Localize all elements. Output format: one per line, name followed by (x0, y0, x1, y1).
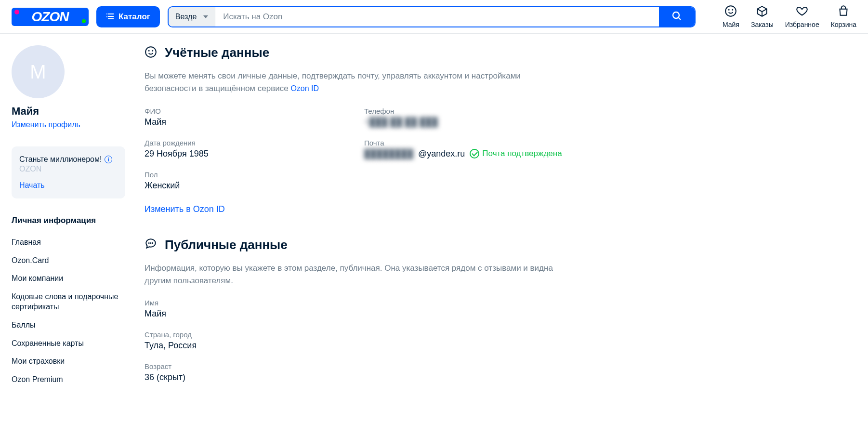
field-gender: Пол Женский (145, 171, 349, 191)
nav-favorites-label: Избранное (785, 21, 819, 28)
svg-point-7 (152, 50, 153, 51)
search-category-select[interactable]: Везде (169, 7, 215, 26)
email-visible: @yandex.ru (418, 149, 465, 159)
phone-label: Телефон (364, 107, 568, 115)
sidebar-item-home[interactable]: Главная (12, 233, 125, 251)
nav-orders-label: Заказы (751, 21, 774, 28)
edit-profile-link[interactable]: Изменить профиль (12, 120, 125, 129)
smiley-icon (145, 46, 157, 60)
public-title: Публичные данные (165, 237, 288, 252)
svg-point-3 (729, 10, 729, 10)
svg-point-10 (152, 243, 153, 243)
sidebar-item-ozoncard[interactable]: Ozon.Card (12, 251, 125, 270)
nav-orders[interactable]: Заказы (751, 5, 774, 28)
smiley-icon (724, 5, 737, 19)
svg-point-8 (149, 243, 149, 243)
main-content: Учётные данные Вы можете менять свои лич… (145, 45, 568, 406)
promo-title-row: Станьте миллионером! i (19, 155, 118, 164)
promo-subtitle: OZON (19, 165, 118, 173)
sidebar: М Майя Изменить профиль Станьте миллионе… (12, 45, 125, 406)
field-public-name: Имя Майя (145, 299, 568, 319)
nav-profile[interactable]: Майя (723, 5, 739, 28)
field-dob: Дата рождения 29 Ноября 1985 (145, 139, 349, 159)
svg-point-9 (150, 243, 151, 243)
info-icon[interactable]: i (105, 156, 112, 163)
field-location: Страна, город Тула, Россия (145, 330, 568, 351)
gender-label: Пол (145, 171, 349, 179)
bag-icon (837, 5, 850, 19)
edit-ozon-id-link[interactable]: Изменить в Ozon ID (145, 204, 568, 214)
email-label: Почта (364, 139, 568, 147)
catalog-label: Каталог (118, 12, 150, 22)
svg-point-5 (145, 47, 156, 57)
svg-point-2 (726, 6, 736, 16)
account-section: Учётные данные Вы можете менять свои лич… (145, 45, 568, 214)
search-icon (671, 10, 683, 23)
ozon-id-link[interactable]: Ozon ID (290, 84, 319, 92)
sidebar-username: Майя (12, 105, 125, 118)
phone-value: +███ ██ ██ ███ (364, 117, 438, 127)
account-title: Учётные данные (165, 45, 269, 60)
account-description: Вы можете менять свои личные данные, под… (145, 70, 568, 95)
public-name-label: Имя (145, 299, 568, 307)
gender-value: Женский (145, 181, 349, 191)
email-masked: ████████ (364, 149, 413, 159)
field-email: Почта ████████@yandex.ru Почта подтвержд… (364, 139, 568, 159)
search-input[interactable] (215, 7, 659, 26)
location-value: Тула, Россия (145, 341, 568, 351)
heart-icon (796, 5, 808, 19)
chevron-down-icon (203, 15, 208, 18)
field-age: Возраст 36 (скрыт) (145, 362, 568, 382)
svg-point-4 (733, 10, 733, 10)
dob-label: Дата рождения (145, 139, 349, 147)
nav-favorites[interactable]: Избранное (785, 5, 819, 28)
search-category-label: Везде (175, 13, 197, 21)
age-value: 36 (скрыт) (145, 372, 568, 382)
dob-value: 29 Ноября 1985 (145, 149, 349, 159)
header-nav: Майя Заказы Избранное Корзина (723, 5, 856, 28)
search-button[interactable] (659, 7, 695, 26)
package-icon (756, 5, 768, 19)
location-label: Страна, город (145, 330, 568, 339)
email-verified-badge: Почта подтверждена (470, 149, 562, 158)
promo-title: Станьте миллионером! (19, 155, 102, 164)
catalog-button[interactable]: Каталог (96, 6, 160, 27)
public-section: Публичные данные Информация, которую вы … (145, 237, 568, 383)
fio-label: ФИО (145, 107, 349, 115)
header: OZON Каталог Везде Майя Заказы Избранное (0, 0, 868, 34)
nav-profile-label: Майя (723, 21, 739, 28)
sidebar-item-insurance[interactable]: Мои страховки (12, 352, 125, 370)
svg-point-0 (673, 12, 679, 18)
sidebar-item-cards[interactable]: Сохраненные карты (12, 334, 125, 353)
email-verified-text: Почта подтверждена (482, 149, 562, 158)
sidebar-item-points[interactable]: Баллы (12, 316, 125, 334)
sidebar-nav: Главная Ozon.Card Мои компании Кодовые с… (12, 233, 125, 388)
promo-cta[interactable]: Начать (19, 181, 118, 190)
promo-box: Станьте миллионером! i OZON Начать (12, 146, 125, 198)
sidebar-item-premium[interactable]: Ozon Premium (12, 370, 125, 389)
logo[interactable]: OZON (12, 8, 89, 26)
svg-line-1 (678, 17, 681, 20)
nav-cart[interactable]: Корзина (831, 5, 856, 28)
fio-value: Майя (145, 117, 349, 127)
chat-icon (145, 237, 157, 252)
search-bar: Везде (168, 6, 696, 27)
field-phone: Телефон +███ ██ ██ ███ (364, 107, 568, 127)
svg-point-6 (149, 50, 149, 51)
sidebar-item-companies[interactable]: Мои компании (12, 269, 125, 288)
nav-cart-label: Корзина (831, 21, 856, 28)
sidebar-item-certificates[interactable]: Кодовые слова и подарочные сертификаты (12, 288, 125, 316)
age-label: Возраст (145, 362, 568, 370)
catalog-icon (106, 12, 114, 22)
sidebar-nav-heading: Личная информация (12, 216, 125, 225)
field-fio: ФИО Майя (145, 107, 349, 127)
public-description: Информация, которую вы укажете в этом ра… (145, 262, 568, 288)
public-name-value: Майя (145, 309, 568, 319)
check-circle-icon (470, 149, 479, 158)
account-desc-text: Вы можете менять свои личные данные, под… (145, 71, 521, 93)
avatar[interactable]: М (12, 45, 65, 98)
